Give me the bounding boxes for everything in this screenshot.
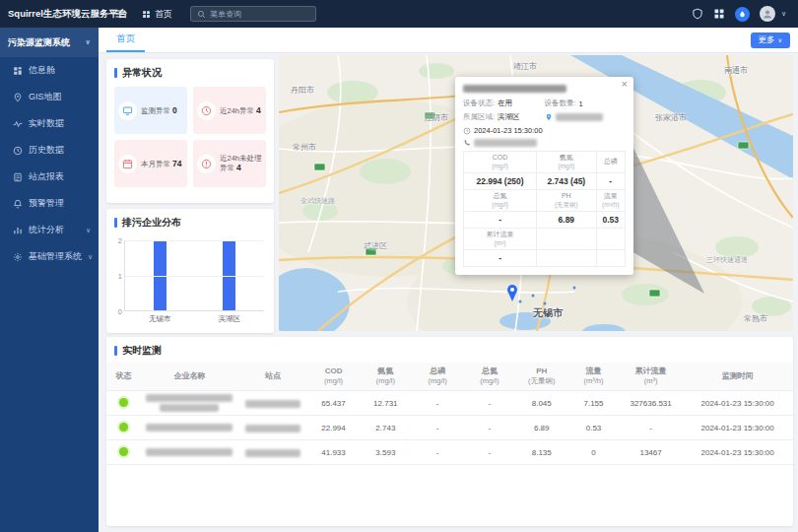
device-count-value: 1 [579, 100, 583, 108]
tab-home[interactable]: 首页 [106, 28, 145, 52]
value-cell: 7.155 [567, 391, 620, 416]
popup-metric-header: 总磷 [596, 152, 625, 173]
realtime-monitoring-table: 状态企业名称站点COD(mg/l)氨氮(mg/l)总磷(mg/l)总氮(mg/l… [106, 363, 793, 465]
value-cell: - [464, 440, 516, 465]
value-cell: 22.994 [307, 416, 360, 440]
gis-map[interactable]: 靖江市南通市丹阳市常州市江阴市张家港市金武快速路武进区无锡市三环快速通道常熟市 … [279, 55, 793, 331]
home-breadcrumb[interactable]: 首页 [142, 8, 172, 21]
pulse-icon [13, 119, 23, 129]
popup-metric-value [596, 249, 625, 266]
value-cell: 0.53 [567, 416, 620, 440]
column-header: PH(无量纲) [515, 363, 567, 391]
value-cell: 2.743 [360, 416, 412, 440]
status-cell [106, 416, 141, 440]
popup-metric-value: - [464, 249, 537, 266]
search-placeholder: 菜单查询 [210, 9, 241, 20]
sidebar-item-info-cabin[interactable]: 信息舱 [0, 57, 99, 84]
value-cell: - [464, 416, 516, 440]
enterprise-distribution-card: 排污企业分布 210 无锡市滨湖区 [106, 209, 274, 333]
home-breadcrumb-label: 首页 [155, 8, 172, 21]
map-label: 常州市 [293, 142, 316, 153]
popup-metric-value: 6.89 [537, 211, 596, 228]
abnormal-tile-3[interactable]: 近24h未处理异常4 [193, 140, 266, 187]
abnormal-status-card: 异常状况 监测异常0近24h异常4本月异常74近24h未处理异常4 [106, 59, 274, 203]
popup-metric-header: PH(无量纲) [537, 189, 596, 211]
location-pin-icon [545, 113, 553, 121]
table-row[interactable]: 41.9333.593--8.1350134672024-01-23 15:30… [106, 440, 793, 465]
map-label: 丹阳市 [291, 85, 314, 96]
bars-icon [13, 226, 23, 235]
value-cell: - [412, 440, 464, 465]
sidebar-item-base-management[interactable]: 基础管理系统∨ [0, 243, 99, 270]
column-header: 氨氮(mg/l) [360, 363, 412, 391]
monitor-icon [118, 101, 137, 120]
chevron-down-icon: ∨ [85, 38, 91, 46]
popup-datetime: 2024-01-23 15:30:00 [474, 126, 543, 135]
sidebar-item-alarm-management[interactable]: 预警管理 [0, 190, 99, 217]
table-row[interactable]: 22.9942.743--6.890.53-2024-01-23 15:30:0… [106, 416, 793, 440]
map-label: 江阴市 [425, 112, 448, 123]
gear-icon [13, 252, 23, 262]
value-cell: 327636.531 [620, 391, 682, 416]
sidebar-item-label: 站点报表 [29, 170, 64, 183]
sidebar-item-gis-map[interactable]: GIS地图 [0, 84, 99, 110]
site-cell [238, 440, 307, 465]
region-label: 所属区域: [463, 112, 495, 122]
user-avatar[interactable] [760, 6, 775, 22]
value-cell: 3.593 [360, 440, 412, 465]
enterprise-name-cell [141, 391, 238, 416]
main-content: 异常状况 监测异常0近24h异常4本月异常74近24h未处理异常4 排污企业分布… [99, 53, 798, 532]
bell-icon [13, 199, 23, 209]
sidebar-item-label: 历史数据 [29, 144, 64, 157]
x-tick-label: 滨湖区 [219, 314, 241, 324]
value-cell: - [412, 391, 464, 416]
abnormal-tile-2[interactable]: 本月异常74 [114, 140, 187, 187]
abnormal-status-title: 异常状况 [106, 59, 274, 85]
redacted-phone [474, 139, 537, 147]
apps-launcher-icon[interactable] [713, 8, 725, 20]
sidebar-item-site-report[interactable]: 站点报表 [0, 164, 99, 190]
map-label: 张家港市 [655, 112, 687, 123]
shield-icon[interactable] [692, 8, 703, 20]
sidebar-item-label: GIS地图 [29, 91, 62, 103]
menu-search-input[interactable]: 菜单查询 [190, 6, 316, 22]
system-title-label: 污染源监测系统 [8, 36, 70, 49]
sidebar-item-history-data[interactable]: 历史数据 [0, 137, 99, 164]
chart-gridline [125, 276, 264, 277]
y-tick-label: 1 [118, 272, 122, 281]
abnormal-tile-value: 4 [236, 163, 241, 172]
redacted-site-name [245, 425, 300, 432]
abnormal-tile-value: 0 [172, 105, 177, 115]
redacted-enterprise-name [146, 448, 233, 456]
redacted-enterprise-name [146, 394, 233, 402]
abnormal-tiles: 监测异常0近24h异常4本月异常74近24h未处理异常4 [106, 85, 274, 189]
value-cell: - [464, 391, 516, 416]
search-icon [197, 10, 206, 19]
status-cell [106, 440, 141, 465]
status-indicator [119, 423, 128, 432]
table-row[interactable]: 65.43712.731--8.0457.155327636.5312024-0… [106, 391, 793, 416]
device-status-label: 设备状态: [463, 99, 495, 108]
abnormal-tile-0[interactable]: 监测异常0 [114, 87, 187, 134]
sidebar-item-statistics-analysis[interactable]: 统计分析∨ [0, 217, 99, 243]
sidebar-item-realtime-data[interactable]: 实时数据 [0, 110, 99, 137]
alert-icon [197, 155, 216, 173]
more-button[interactable]: 更多 ∨ [751, 33, 790, 48]
topbar-actions: ∨ [692, 6, 798, 22]
sidebar-item-label: 信息舱 [29, 64, 55, 77]
abnormal-tile-value: 74 [172, 159, 181, 168]
hamburger-menu-icon[interactable] [114, 8, 126, 20]
popup-metric-header: 流量(m³/h) [596, 189, 625, 211]
water-drop-badge[interactable] [735, 7, 750, 22]
close-icon[interactable]: × [622, 78, 628, 90]
region-value: 滨湖区 [498, 112, 520, 122]
value-cell: - [412, 416, 464, 440]
sidebar-system-title[interactable]: 污染源监测系统 ∨ [0, 28, 99, 57]
chart-y-axis: 210 [112, 240, 124, 311]
abnormal-tile-label: 本月异常74 [141, 159, 181, 168]
map-label: 南通市 [724, 65, 748, 76]
value-cell: 8.045 [515, 391, 567, 416]
map-label: 金武快速路 [300, 196, 335, 206]
chart-plot-area [124, 240, 264, 311]
abnormal-tile-1[interactable]: 近24h异常4 [193, 87, 266, 134]
